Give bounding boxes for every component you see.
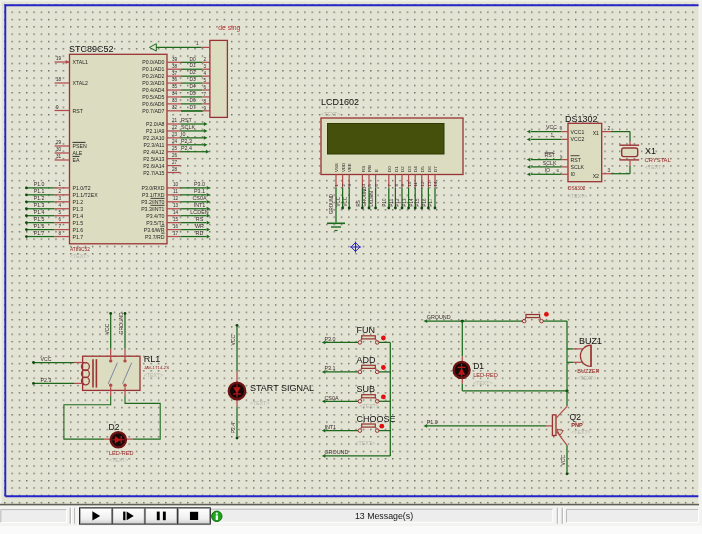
svg-text:2: 2 <box>608 126 611 131</box>
svg-text:D4: D4 <box>413 166 418 172</box>
svg-text:P3.1: P3.1 <box>324 365 335 371</box>
svg-text:VCC: VCC <box>546 124 557 130</box>
svg-text:3: 3 <box>204 64 207 69</box>
svg-text:GROUND: GROUND <box>118 312 124 335</box>
svg-text:P2.4/A12: P2.4/A12 <box>143 149 164 155</box>
svg-text:XTAL2: XTAL2 <box>73 80 89 86</box>
svg-text:3: 3 <box>608 168 611 173</box>
svg-text:34: 34 <box>172 91 178 96</box>
svg-text:WR: WR <box>195 223 204 229</box>
svg-text:VCC: VCC <box>41 356 52 362</box>
svg-text:12: 12 <box>420 181 425 186</box>
svg-text:D3: D3 <box>407 166 412 172</box>
svg-text:1: 1 <box>59 182 62 187</box>
svg-text:11: 11 <box>173 189 178 194</box>
svg-text:D4: D4 <box>189 84 195 89</box>
svg-text:GROUND: GROUND <box>362 186 367 207</box>
svg-text:<TEXT>: <TEXT> <box>577 375 596 381</box>
svg-text:XTAL1: XTAL1 <box>73 59 89 65</box>
svg-text:P2.5/A13: P2.5/A13 <box>143 156 164 162</box>
svg-text:P15: P15 <box>415 198 420 207</box>
svg-text:P0.7/AD7: P0.7/AD7 <box>142 108 164 114</box>
svg-text:CS0A: CS0A <box>324 395 338 401</box>
svg-text:25: 25 <box>172 146 178 151</box>
svg-text:RW: RW <box>367 164 372 172</box>
svg-text:P1.0: P1.0 <box>427 419 438 425</box>
svg-text:P1.4: P1.4 <box>34 209 45 215</box>
svg-text:VCC1: VCC1 <box>571 129 585 135</box>
svg-text:SUB: SUB <box>357 384 376 394</box>
svg-text:VCC: VCC <box>230 335 236 346</box>
svg-text:19: 19 <box>56 56 62 61</box>
svg-text:RST: RST <box>73 108 84 114</box>
svg-text:DS1302: DS1302 <box>568 186 586 191</box>
svg-text:D0: D0 <box>189 57 195 62</box>
svg-text:RST: RST <box>571 157 582 163</box>
svg-text:P1.4: P1.4 <box>73 213 84 219</box>
svg-text:P2.1/A9: P2.1/A9 <box>146 128 165 134</box>
svg-text:IO: IO <box>545 167 550 173</box>
svg-text:P3.0: P3.0 <box>324 336 335 342</box>
svg-text:P1.5: P1.5 <box>73 220 84 226</box>
svg-text:P3.4/T0: P3.4/T0 <box>146 213 164 219</box>
svg-text:E: E <box>374 169 379 172</box>
svg-text:Q2: Q2 <box>570 412 582 422</box>
svg-text:32: 32 <box>172 105 178 110</box>
svg-text:4: 4 <box>204 71 207 76</box>
svg-text:D1: D1 <box>473 361 484 371</box>
svg-text:D7: D7 <box>189 105 195 110</box>
svg-text:AT89C52: AT89C52 <box>70 247 90 252</box>
svg-text:36: 36 <box>172 77 178 82</box>
svg-text:18: 18 <box>56 77 62 82</box>
svg-text:P2.3: P2.3 <box>41 377 52 383</box>
svg-text:SCLK: SCLK <box>181 124 195 130</box>
svg-text:DS1302: DS1302 <box>565 114 598 124</box>
svg-text:3: 3 <box>59 196 62 201</box>
svg-text:BUZ1: BUZ1 <box>579 336 602 346</box>
svg-text:P1.6: P1.6 <box>34 223 45 229</box>
svg-text:GROUND: GROUND <box>427 314 451 320</box>
svg-text:P2.4: P2.4 <box>181 145 192 151</box>
svg-text:EA: EA <box>73 157 80 163</box>
svg-text:INT1: INT1 <box>324 424 336 430</box>
svg-text:X1: X1 <box>593 130 599 136</box>
svg-text:JAV-1T14-2S: JAV-1T14-2S <box>144 365 169 370</box>
svg-text:P3.0/RXD: P3.0/RXD <box>141 185 164 191</box>
svg-text:X1: X1 <box>645 146 656 156</box>
svg-text:10: 10 <box>173 182 179 187</box>
svg-text:P1.2: P1.2 <box>73 199 84 205</box>
svg-text:RD: RD <box>196 230 204 236</box>
svg-text:<TEXT>: <TEXT> <box>568 193 587 199</box>
svg-text:26: 26 <box>172 153 178 158</box>
svg-text:P3.0: P3.0 <box>194 181 205 187</box>
svg-text:P3.6/WR: P3.6/WR <box>144 227 165 233</box>
svg-text:D5: D5 <box>189 91 195 96</box>
svg-text:CRYSTAL: CRYSTAL <box>645 157 672 163</box>
svg-text:14: 14 <box>173 210 179 215</box>
svg-text:P17: P17 <box>428 198 433 207</box>
svg-text:<TEXT>: <TEXT> <box>645 164 664 170</box>
svg-text:<TEXT>: <TEXT> <box>360 403 379 409</box>
svg-text:ADD: ADD <box>357 355 377 365</box>
svg-text:<TEXT>: <TEXT> <box>250 400 269 406</box>
svg-text:13 Message(s): 13 Message(s) <box>355 511 413 521</box>
svg-text:PSEN: PSEN <box>73 143 87 149</box>
svg-text:GROUND: GROUND <box>324 449 348 455</box>
svg-text:RST: RST <box>181 117 192 123</box>
svg-text:<TEXT>: <TEXT> <box>109 457 128 463</box>
svg-text:D5: D5 <box>420 166 425 172</box>
svg-text:VEE: VEE <box>347 163 352 172</box>
svg-text:P1.3: P1.3 <box>34 202 45 208</box>
svg-text:P3.2/INT0: P3.2/INT0 <box>141 199 164 205</box>
svg-text:RS: RS <box>196 216 204 222</box>
svg-text:P3.7/RD: P3.7/RD <box>145 234 165 240</box>
svg-text:I0: I0 <box>181 131 186 137</box>
svg-text:P3.3/INT1: P3.3/INT1 <box>141 206 164 212</box>
svg-text:P0.4/AD4: P0.4/AD4 <box>142 87 164 93</box>
svg-text:33: 33 <box>172 98 178 103</box>
svg-text:VDD: VDD <box>341 163 346 172</box>
svg-text:BUZZER: BUZZER <box>577 368 599 374</box>
svg-text:<TEXT>: <TEXT> <box>70 253 89 259</box>
svg-text:31: 31 <box>56 154 62 159</box>
svg-text:P11: P11 <box>389 198 394 206</box>
